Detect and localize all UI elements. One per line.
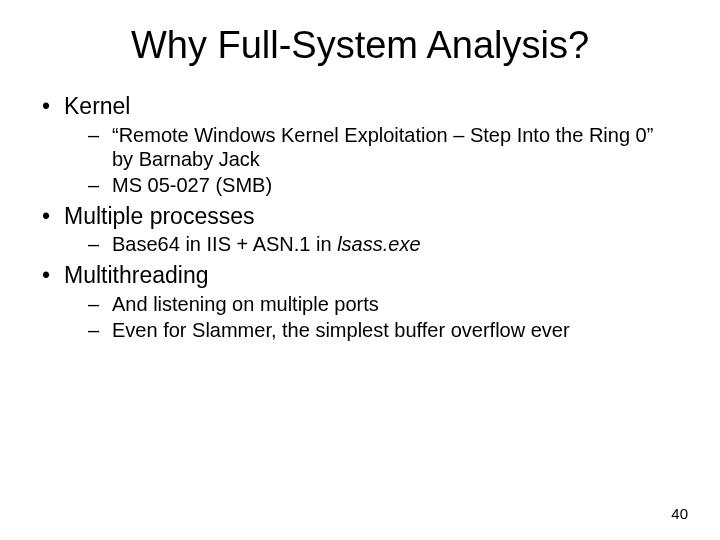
bullet-heading: Multithreading bbox=[64, 262, 208, 288]
bullet-multithreading: Multithreading And listening on multiple… bbox=[40, 262, 680, 342]
page-number: 40 bbox=[671, 505, 688, 522]
bullet-heading: Kernel bbox=[64, 93, 130, 119]
bullet-heading: Multiple processes bbox=[64, 203, 254, 229]
italic-filename: lsass.exe bbox=[337, 233, 420, 255]
sub-bullet: Even for Slammer, the simplest buffer ov… bbox=[64, 318, 680, 342]
bullet-kernel: Kernel “Remote Windows Kernel Exploitati… bbox=[40, 93, 680, 197]
bullet-list-level1: Kernel “Remote Windows Kernel Exploitati… bbox=[40, 93, 680, 342]
slide-title: Why Full-System Analysis? bbox=[0, 0, 720, 77]
slide: Why Full-System Analysis? Kernel “Remote… bbox=[0, 0, 720, 540]
sub-bullet: And listening on multiple ports bbox=[64, 292, 680, 316]
bullet-list-level2: And listening on multiple ports Even for… bbox=[64, 292, 680, 342]
bullet-list-level2: Base64 in IIS + ASN.1 in lsass.exe bbox=[64, 232, 680, 256]
slide-content: Kernel “Remote Windows Kernel Exploitati… bbox=[0, 77, 720, 342]
bullet-list-level2: “Remote Windows Kernel Exploitation – St… bbox=[64, 123, 680, 197]
sub-bullet: MS 05-027 (SMB) bbox=[64, 173, 680, 197]
sub-bullet: Base64 in IIS + ASN.1 in lsass.exe bbox=[64, 232, 680, 256]
bullet-multiple-processes: Multiple processes Base64 in IIS + ASN.1… bbox=[40, 203, 680, 257]
sub-bullet: “Remote Windows Kernel Exploitation – St… bbox=[64, 123, 680, 171]
